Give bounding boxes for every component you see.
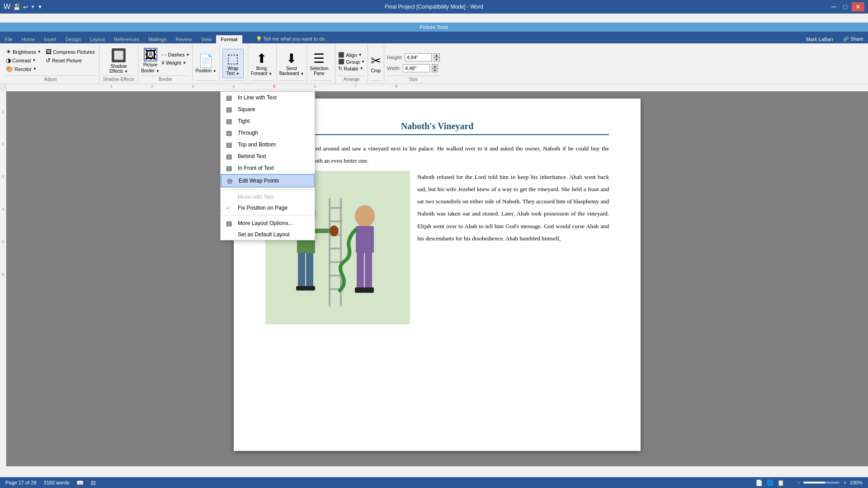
send-backward-btn[interactable]: ⬇ Send Backward ▼ [279, 51, 304, 76]
menu-item-behind[interactable]: ▤ Behind Text [221, 150, 315, 162]
zoom-in-btn[interactable]: + [843, 480, 846, 485]
weight-btn[interactable]: ≡ Weight ▼ [161, 60, 190, 66]
svg-point-17 [355, 205, 375, 227]
zoom-level: 100% [850, 480, 863, 485]
bring-forward-btn[interactable]: ⬆ Bring Forward ▼ [251, 51, 272, 76]
tab-view[interactable]: View [197, 35, 217, 43]
width-up-btn[interactable]: ▲ [432, 64, 438, 68]
border-group: 🖼 Picture Border ▼ - - Dashes ▼ ≡ Weight… [138, 44, 193, 83]
height-label: Height: [387, 55, 403, 60]
width-label: Width: [387, 66, 401, 71]
read-layout-btn[interactable]: 📋 [777, 479, 784, 486]
selection-pane-btn[interactable]: ☰ Selection Pane [310, 51, 328, 76]
svg-rect-13 [298, 253, 305, 289]
behind-icon: ▤ [226, 153, 234, 160]
tab-review[interactable]: Review [171, 35, 197, 43]
tab-insert[interactable]: Insert [39, 35, 61, 43]
undo-btn[interactable]: ↩ [23, 4, 28, 10]
through-icon: ▤ [226, 129, 234, 136]
position-btn[interactable]: 📄 Position ▼ [195, 53, 216, 73]
share-btn[interactable]: 🔗 Share [838, 35, 868, 43]
layout-icon[interactable]: ⊟ [91, 479, 96, 486]
menu-item-square[interactable]: ▤ Square [221, 103, 315, 115]
contrast-btn[interactable]: ◑ Contrast ▼ [5, 56, 42, 64]
tab-file[interactable]: File [0, 35, 17, 43]
border-group-label: Border [141, 75, 189, 83]
tab-home[interactable]: Home [17, 35, 39, 43]
svg-rect-16 [305, 286, 315, 291]
brightness-btn[interactable]: ☀ Brightness ▼ [5, 48, 42, 56]
svg-rect-18 [356, 226, 374, 253]
arrange-group: ⬛Align▼ ⬛Group▼ ↻Rotate▼ Arrange [335, 44, 368, 83]
menu-item-movewith: Move with Text [221, 192, 315, 202]
word-count: 3183 words [44, 480, 70, 485]
tab-layout[interactable]: Layout [85, 35, 109, 43]
app-window-title: Final Project [Compatibility Mode] - Wor… [385, 4, 483, 10]
wrap-label [222, 80, 245, 83]
zoom-out-btn[interactable]: − [797, 480, 800, 485]
editwrap-icon: ◎ [227, 177, 235, 184]
wrap-text-group: ⬚ Wrap Text ▼ [220, 44, 248, 83]
save-btn[interactable]: 💾 [13, 4, 20, 10]
morelayout-icon: ▤ [226, 220, 234, 227]
svg-point-12 [330, 225, 339, 236]
tight-icon: ▤ [226, 117, 234, 125]
svg-rect-2 [329, 207, 342, 209]
customize-qat[interactable]: ▼ [38, 4, 42, 9]
height-down-btn[interactable]: ▼ [434, 57, 440, 61]
tab-mailings[interactable]: Mailings [144, 35, 171, 43]
ruler-vertical: 123456 [0, 91, 6, 466]
align-btn[interactable]: ⬛Align▼ [338, 52, 365, 58]
menu-item-fixpos[interactable]: ✓ Fix Position on Page [221, 202, 315, 213]
inline-icon: ▤ [226, 94, 234, 101]
size-group: Height: ▲ ▼ Width: ▲ ▼ [384, 44, 443, 83]
tab-format[interactable]: Format [216, 35, 242, 43]
group-btn[interactable]: ⬛Group▼ [338, 59, 365, 65]
tab-references[interactable]: References [109, 35, 144, 43]
compress-btn[interactable]: 🖼 Compress Pictures [44, 48, 96, 56]
user-name: Mark LaBarr [802, 35, 838, 43]
restore-btn[interactable]: □ [841, 2, 850, 11]
bring-forward-group: ⬆ Bring Forward ▼ [248, 44, 277, 83]
crop-btn[interactable]: ✂ Crop [371, 53, 381, 73]
width-input[interactable] [403, 64, 430, 72]
tell-me[interactable]: 💡 Tell me what you want to do... [251, 35, 334, 43]
tab-design[interactable]: Design [61, 35, 85, 43]
adjust-group-label: Adjust [5, 75, 96, 83]
selection-pane-group: ☰ Selection Pane [307, 44, 335, 83]
menu-item-inline[interactable]: ▤ In Line with Text [221, 92, 315, 103]
svg-rect-5 [329, 248, 342, 249]
dashes-btn[interactable]: - - Dashes ▼ [161, 52, 190, 58]
svg-rect-14 [306, 253, 313, 289]
shadow-effects-btn[interactable]: 🔲 Shadow Effects ▼ [106, 46, 132, 75]
reset-btn[interactable]: ↺ Reset Picture [44, 56, 96, 64]
web-layout-btn[interactable]: 🌐 [766, 479, 774, 486]
menu-item-tight[interactable]: ▤ Tight [221, 115, 315, 127]
rotate-btn[interactable]: ↻Rotate▼ [338, 66, 365, 71]
picture-border-btn[interactable]: 🖼 Picture Border ▼ [141, 48, 160, 73]
minimize-btn[interactable]: ─ [828, 2, 839, 12]
close-btn[interactable]: ✕ [852, 2, 864, 11]
document-body2: Naboth refused for the Lord told him to … [417, 171, 609, 324]
recolor-btn[interactable]: 🎨 Recolor ▼ [5, 65, 42, 73]
topbottom-icon: ▤ [226, 141, 234, 148]
height-up-btn[interactable]: ▲ [434, 53, 440, 57]
redo-dropdown[interactable]: ▼ [31, 5, 35, 9]
zoom-slider[interactable] [803, 482, 840, 483]
wrap-text-btn[interactable]: ⬚ Wrap Text ▼ [222, 49, 244, 78]
crop-group: ✂ Crop [368, 44, 384, 83]
word-icon: W [4, 3, 10, 11]
menu-item-through[interactable]: ▤ Through [221, 127, 315, 139]
fixpos-check: ✓ [226, 205, 234, 211]
menu-item-setdefault[interactable]: Set as Default Layout [221, 229, 315, 240]
width-down-btn[interactable]: ▼ [432, 68, 438, 72]
menu-item-editwrap[interactable]: ◎ Edit Wrap Points [221, 174, 315, 188]
print-layout-btn[interactable]: 📄 [755, 479, 763, 486]
menu-item-morelayout[interactable]: ▤ More Layout Options... [221, 217, 315, 229]
menu-item-infront[interactable]: ▤ In Front of Text [221, 162, 315, 174]
read-mode-icon[interactable]: 📖 [76, 479, 84, 486]
svg-rect-20 [365, 252, 372, 291]
svg-rect-22 [364, 287, 374, 293]
height-input[interactable] [405, 53, 432, 61]
menu-item-topbottom[interactable]: ▤ Top and Bottom [221, 139, 315, 150]
